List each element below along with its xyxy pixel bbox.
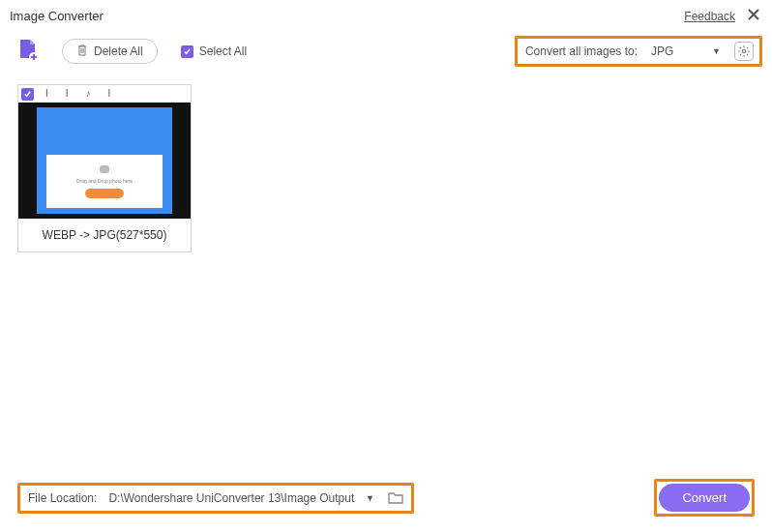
chevron-down-icon: ▼ bbox=[712, 46, 721, 56]
image-item[interactable]: II♪I Drag and Drop photo here WEBP -> JP… bbox=[17, 84, 192, 252]
item-checkbox[interactable] bbox=[21, 88, 34, 101]
add-file-icon[interactable] bbox=[17, 38, 39, 65]
select-all-label: Select All bbox=[199, 44, 247, 58]
convert-button[interactable]: Convert bbox=[659, 484, 750, 512]
convert-to-label: Convert all images to: bbox=[525, 44, 638, 58]
file-location-select[interactable]: D:\Wondershare UniConverter 13\Image Out… bbox=[104, 491, 378, 505]
app-title: Image Converter bbox=[10, 9, 104, 23]
file-location-label: File Location: bbox=[28, 491, 97, 505]
svg-point-1 bbox=[742, 49, 746, 53]
close-icon[interactable] bbox=[745, 6, 762, 26]
gear-icon bbox=[737, 44, 751, 58]
delete-all-button[interactable]: Delete All bbox=[62, 39, 158, 64]
folder-icon bbox=[388, 491, 403, 504]
format-select[interactable]: JPG ▼ bbox=[645, 43, 727, 60]
select-all-checkbox[interactable]: Select All bbox=[181, 44, 247, 58]
browse-folder-button[interactable] bbox=[386, 489, 405, 507]
item-label: WEBP -> JPG(527*550) bbox=[18, 219, 191, 251]
thumb-toolbar: II♪I bbox=[18, 85, 191, 103]
feedback-link[interactable]: Feedback bbox=[684, 10, 735, 23]
chevron-down-icon: ▼ bbox=[366, 493, 374, 503]
trash-icon bbox=[76, 44, 88, 59]
selected-format: JPG bbox=[651, 44, 673, 58]
file-location-path: D:\Wondershare UniConverter 13\Image Out… bbox=[108, 491, 354, 505]
delete-all-label: Delete All bbox=[94, 44, 143, 58]
settings-button[interactable] bbox=[734, 42, 754, 61]
thumbnail-preview: Drag and Drop photo here bbox=[18, 103, 191, 219]
checkbox-icon bbox=[181, 45, 193, 58]
